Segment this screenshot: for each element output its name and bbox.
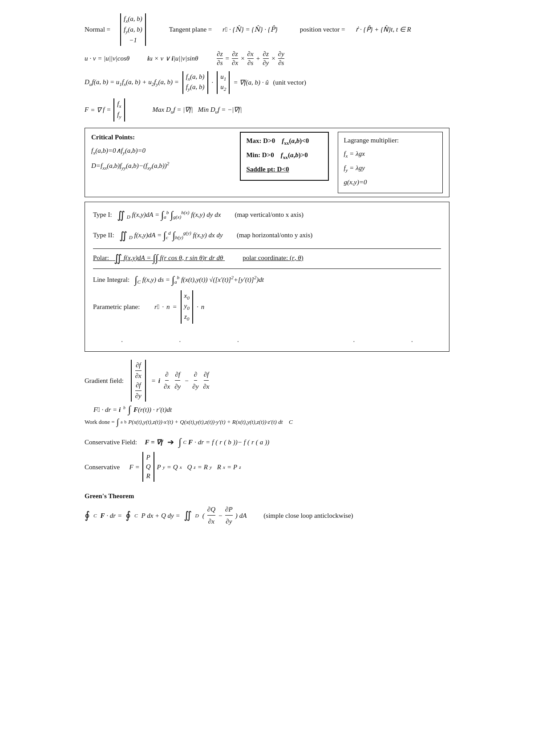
gradient-field-formula: Gradient field: ∂f∂x ∂f∂y = i ∂∂x ∂f∂y −… [85,360,449,402]
parametric-plane: Parametric plane: r⃗ · n = x0 y0 z0 · n [93,290,441,324]
type1-double-integral-sign: ∬ [117,210,125,221]
chain-rule-formula: ∂z∂s = ∂z∂x × ∂x∂s + ∂z∂y × ∂y∂s [216,50,285,67]
conservative-field-label: Conservative Field: [85,437,140,447]
work-done-integrand: P(x(t),y(t),z(t))·x'(t) + Q(x(t),y(t),z(… [128,418,283,427]
type2-integral: Type II: ∬ D f(x,y)dA = ∫cd ∫h(y)g(y) f(… [93,228,441,244]
lagrange-section: Lagrange multiplier: fx = λgx fy = λgy g… [338,132,443,193]
conservative-label: Conservative [85,462,125,472]
line-integral: Line Integral: ∫C f(x,y) ds = ∫ab f(x(t)… [93,273,441,286]
max-du-formula: Max Duf = |∇f| Min Duf = −|∇f| [153,106,242,114]
work-integral-sign: ∫ [128,405,131,415]
f-gradient-left: F = ∇f = fx fy [85,98,126,122]
f-gradient-row: F = ∇f = fx fy Max Duf = |∇f| Min Duf = … [85,98,449,122]
polar-double-integral-sign: ∬ [114,253,122,264]
uv-row: u · v = |u||v|cosθ iu × v ∨ i|u||v|sinθ … [85,50,449,67]
conservative-integral: ∫C F · dr = f(r(b))−f(r(a)) [178,437,269,447]
type1-label: Type I: [93,211,115,218]
critical-points-title: Critical Points: [91,132,231,142]
gradient-field-section: Gradient field: ∂f∂x ∂f∂y = i ∂∂x ∂f∂y −… [85,360,449,427]
critical-condition1: fx(a,b)=0∧fy(a,b)=0 [91,145,231,157]
tangent-plane-formula: r⃗ · {N̂} = {N̂} · {P̂} [221,25,278,33]
lagrange-title: Lagrange multiplier: [344,135,437,146]
critical-points-section: Critical Points: fx(a,b)=0∧fy(a,b)=0 D=f… [85,128,449,197]
max-condition: Max: D>0 fxx(a,b)<0 [246,135,323,147]
greens-f-dr: F · dr = [101,510,122,521]
greens-theorem-title: Green's Theorem [85,491,449,501]
work-done-formula: Work done = ∫ ab P(x(t),y(t),z(t))·x'(t)… [85,418,449,427]
type2-double-integral-sign: ∬ [119,230,127,241]
position-vector-label: position vector = [300,26,345,33]
cross-product-formula: iu × v ∨ i|u||v|sinθ [147,54,198,62]
critical-points-mid: Max: D>0 fxx(a,b)<0 Min: D>0 fxx(a,b)>0 … [240,132,329,181]
critical-d-formula: D=fxx(a,b)fyy(a,b)−(fxy(a,b))2 [91,159,231,172]
greens-theorem-section: Green's Theorem ∮ C F · dr = ∮ C P dx + … [85,491,449,527]
parametric-formula: r⃗ · n = x0 y0 z0 · n [154,290,204,324]
gradient-matrix: ∂f∂x ∂f∂y [131,360,146,402]
parametric-label: Parametric plane: [93,301,150,312]
lagrange-1: fx = λgx [344,148,437,160]
gradient-field-label: Gradient field: [85,375,125,386]
f-dr-label: F⃗ · dr = i [93,404,121,415]
gradient-formula: = ∇f(a, b) · û [233,78,268,86]
lagrange-3: g(x,y)=0 [344,177,437,187]
position-vector-formula: ṙ · {P̂} + {N̂}t, t ∈ R [354,25,411,33]
polar-label: Polar: [93,254,112,261]
conservative-f-matrix: F = P Q R Py=Qx Qz=Ry Rx=Pz [129,452,241,482]
saddle-condition: Saddle pt: D<0 [246,164,323,175]
unit-vector-label: (unit vector) [271,79,306,86]
conservative-field-formula: F = ∇f [145,437,163,447]
lagrange-2: fy = λgy [344,163,437,174]
conservative-field-line: Conservative Field: F = ∇f ➔ ∫C F · dr =… [85,436,449,449]
dot-product-formula: u · v = |u||v|cosθ [85,55,129,62]
greens-pdx-qdy: P dx + Q dy = [142,510,180,521]
type2-label: Type II: [93,232,117,239]
tangent-plane-label: Tangent plane = [169,26,212,33]
critical-points-left: Critical Points: fx(a,b)=0∧fy(a,b)=0 D=f… [91,132,231,175]
greens-integrand: ( ∂Q∂x − ∂P∂y ) dA [202,504,247,527]
greens-double-integral: ∬ [184,508,192,524]
work-done-label: Work done = [85,418,115,427]
top-formulas-section: Normal = fx(a, b) fy(a, b) −1 Tangent pl… [85,13,449,122]
type2-integral-formula: D f(x,y)dA = ∫cd ∫h(y)g(y) f(x,y) dx dy [129,232,225,239]
spacer-dots: ...... [93,328,441,346]
line-integral-formula: ∫C f(x,y) ds = ∫ab f(x(t),y(t)) √([x'(t)… [134,276,264,283]
type1-integral-formula: D f(x,y)dA = ∫ab ∫g(x)h(x) f(x,y) dy dx [127,211,222,218]
work-done-integral: ∫ [117,418,119,427]
gradient-field-eq: = i ∂∂x ∂f∂y − ∂∂y ∂f∂x [151,369,210,392]
polar-note: polar coordinate: (r, θ) [243,254,303,261]
normal-label: Normal = [85,26,110,33]
u-matrix: u1 u2 [217,71,230,94]
du-formula-row: Duf(a, b) = u1fx(a, b) + u2fy(a, b) = fx… [85,71,449,94]
line-integral-label: Line Integral: [93,276,133,283]
du-matrix: fx(a, b) fy(a, b) [182,71,208,94]
greens-theorem-formula: ∮ C F · dr = ∮ C P dx + Q dy = ∬ D ( ∂Q∂… [85,504,449,527]
polar-formula: f(x,y)dA = ∫∫ f(r cos θ, r sin θ)r dr dθ [124,254,225,261]
conservative-pqr-line: Conservative F = P Q R Py=Qx Qz=Ry Rx=Pz [85,452,449,482]
work-integral-formula: F(r(t)) · r'(t)dt [134,404,172,415]
min-condition: Min: D>0 fxx(a,b)>0 [246,150,323,161]
type1-integral: Type I: ∬ D f(x,y)dA = ∫ab ∫g(x)h(x) f(x… [93,207,441,224]
greens-oint2: ∮ [125,508,131,524]
greens-note: (simple close loop anticlockwise) [263,510,353,521]
normal-row: Normal = fx(a, b) fy(a, b) −1 Tangent pl… [85,13,449,46]
polar-integral: Polar: ∬ f(x,y)dA = ∫∫ f(r cos θ, r sin … [93,248,441,269]
conservative-section: Conservative Field: F = ∇f ➔ ∫C F · dr =… [85,436,449,482]
type1-note: (map vertical/onto x axis) [231,211,303,218]
type2-note: (map horizontal/onto y axis) [233,232,312,239]
du-formula: Duf(a, b) = u1fx(a, b) + u2fy(a, b) = [85,78,179,87]
conservative-arrow: ➔ [167,436,174,449]
greens-oint1: ∮ [85,508,90,524]
integrals-section: Type I: ∬ D f(x,y)dA = ∫ab ∫g(x)h(x) f(x… [85,202,449,352]
work-formula: F⃗ · dr = i b ∫ F(r(t)) · r'(t)dt [93,404,449,415]
normal-matrix: fx(a, b) fy(a, b) −1 [119,13,147,46]
